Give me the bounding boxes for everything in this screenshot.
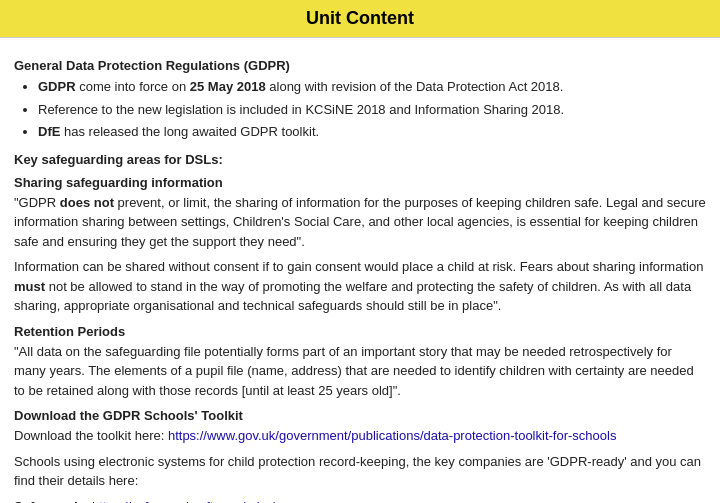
gdpr-section: General Data Protection Regulations (GDP… — [14, 58, 706, 142]
key-areas-title: Key safeguarding areas for DSLs: — [14, 152, 706, 167]
list-item: GDPR come into force on 25 May 2018 alon… — [38, 77, 706, 97]
companies-section: Safeguard – https://safeguard.software/g… — [14, 497, 706, 504]
sharing-subtitle: Sharing safeguarding information — [14, 175, 706, 190]
header-bar: Unit Content — [0, 0, 720, 38]
sharing-info-section: Sharing safeguarding information "GDPR d… — [14, 175, 706, 316]
does-not-bold: does not — [60, 195, 114, 210]
toolkit-line1: Download the toolkit here: https://www.g… — [14, 426, 706, 446]
sharing-para1: "GDPR does not prevent, or limit, the sh… — [14, 193, 706, 252]
toolkit-link[interactable]: https://www.gov.uk/government/publicatio… — [168, 428, 616, 443]
list-item: Reference to the new legislation is incl… — [38, 100, 706, 120]
retention-section: Retention Periods "All data on the safeg… — [14, 324, 706, 401]
dfe-text: has released the long awaited GDPR toolk… — [64, 124, 319, 139]
retention-para: "All data on the safeguarding file poten… — [14, 342, 706, 401]
dfe-bold: DfE — [38, 124, 60, 139]
toolkit-line2: Schools using electronic systems for chi… — [14, 452, 706, 491]
retention-subtitle: Retention Periods — [14, 324, 706, 339]
must-bold: must — [14, 279, 45, 294]
page-title: Unit Content — [10, 8, 710, 29]
safeguard-label: Safeguard — [14, 499, 78, 504]
gdpr-date: 25 May 2018 — [190, 79, 266, 94]
toolkit-subtitle: Download the GDPR Schools' Toolkit — [14, 408, 706, 423]
safeguard-line: Safeguard – https://safeguard.software/g… — [14, 497, 706, 504]
list-item: DfE has released the long awaited GDPR t… — [38, 122, 706, 142]
bullet2-text: Reference to the new legislation is incl… — [38, 102, 564, 117]
key-areas-section: Key safeguarding areas for DSLs: — [14, 152, 706, 167]
main-content: General Data Protection Regulations (GDP… — [0, 38, 720, 503]
safeguard-link[interactable]: https://safeguard.software/gdpr/ — [92, 499, 275, 504]
gdpr-text1: come into force on — [79, 79, 190, 94]
gdpr-bold: GDPR — [38, 79, 76, 94]
sharing-para2: Information can be shared without consen… — [14, 257, 706, 316]
gdpr-title: General Data Protection Regulations (GDP… — [14, 58, 706, 73]
gdpr-text2: along with revision of the Data Protecti… — [269, 79, 563, 94]
gdpr-bullet-list: GDPR come into force on 25 May 2018 alon… — [38, 77, 706, 142]
toolkit-section: Download the GDPR Schools' Toolkit Downl… — [14, 408, 706, 491]
toolkit-text: Download the toolkit here: — [14, 428, 168, 443]
safeguard-dash: – — [81, 499, 92, 504]
